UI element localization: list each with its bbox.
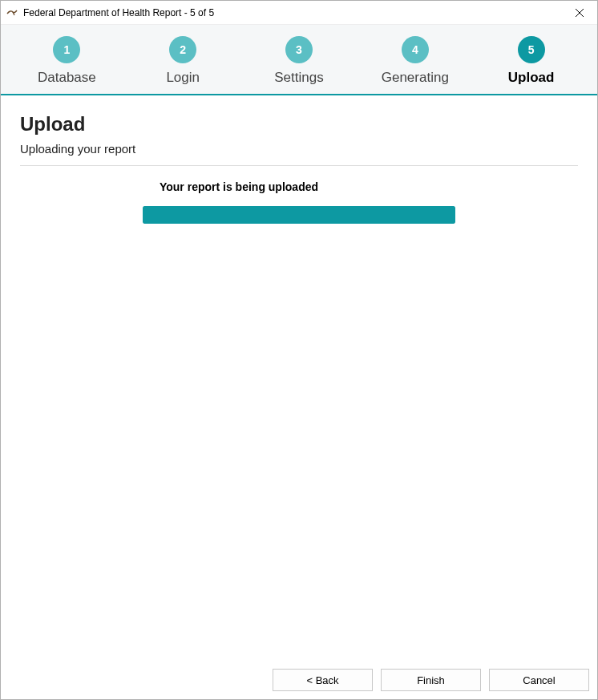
step-settings: 3 Settings [255, 36, 343, 86]
finish-button[interactable]: Finish [381, 669, 481, 691]
content-area: Upload Uploading your report Your report… [1, 95, 597, 661]
wizard-window: Federal Department of Health Report - 5 … [0, 0, 598, 700]
titlebar: Federal Department of Health Report - 5 … [1, 1, 597, 25]
upload-message: Your report is being uploaded [160, 180, 318, 193]
step-generating: 4 Generating [371, 36, 459, 86]
step-login: 2 Login [139, 36, 227, 86]
progress-bar-fill [143, 206, 455, 224]
step-label: Login [166, 70, 200, 86]
progress-bar-track [143, 206, 455, 224]
step-label: Database [38, 70, 96, 86]
window-title: Federal Department of Health Report - 5 … [23, 7, 561, 18]
page-subtitle: Uploading your report [20, 142, 578, 166]
stepper: 1 Database 2 Login 3 Settings 4 Generati… [1, 25, 597, 95]
close-button[interactable] [561, 1, 597, 25]
step-label: Upload [508, 70, 555, 86]
step-circle: 2 [169, 36, 196, 63]
step-circle: 5 [518, 36, 545, 63]
cancel-button[interactable]: Cancel [489, 669, 589, 691]
step-label: Generating [382, 70, 449, 86]
step-circle: 1 [53, 36, 80, 63]
app-icon [6, 6, 18, 19]
step-database: 1 Database [22, 36, 111, 86]
footer: < Back Finish Cancel [1, 661, 597, 699]
step-circle: 4 [402, 36, 429, 63]
upload-area: Your report is being uploaded [20, 180, 578, 224]
page-title: Upload [20, 113, 578, 136]
step-circle: 3 [285, 36, 313, 63]
close-icon [576, 9, 584, 17]
step-upload: 5 Upload [487, 36, 576, 86]
step-label: Settings [274, 70, 323, 86]
back-button[interactable]: < Back [273, 669, 373, 691]
